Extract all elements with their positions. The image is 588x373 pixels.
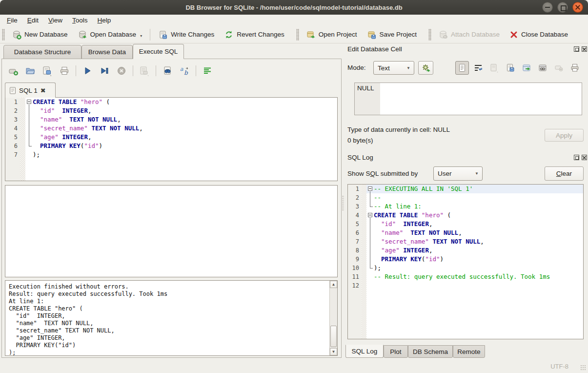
- execute-line-icon: [99, 65, 110, 76]
- stop-icon: [116, 65, 127, 76]
- set-null-button[interactable]: [552, 61, 566, 75]
- dock-splitter-handle[interactable]: [342, 195, 344, 211]
- tab-execute-sql[interactable]: Execute SQL: [133, 44, 184, 59]
- attach-database-button[interactable]: Attach Database: [433, 28, 505, 41]
- tab-remote[interactable]: Remote: [453, 345, 485, 358]
- scrollbar-thumb[interactable]: [330, 326, 337, 347]
- scroll-up-icon[interactable]: ▲: [330, 281, 337, 288]
- edit-cell-toolbar: [455, 61, 582, 75]
- copy-link-button[interactable]: [536, 61, 549, 75]
- toolbar-drag-handle[interactable]: [2, 29, 5, 41]
- code-line: 5 "id" INTEGER,: [348, 220, 583, 228]
- sql-log-filter-label: Show SQL submitted by: [347, 170, 418, 177]
- import-data-icon: [489, 63, 500, 73]
- print-cell-button[interactable]: [568, 61, 582, 75]
- toolbar-separator: [150, 29, 150, 41]
- word-wrap-button[interactable]: [471, 61, 485, 75]
- new-sql-tab-button[interactable]: [7, 64, 20, 77]
- write-changes-button[interactable]: Write Changes: [153, 28, 219, 41]
- sql-log-filter-select[interactable]: User ▼: [433, 166, 483, 181]
- text-mode-button[interactable]: [455, 61, 469, 75]
- save-results-button[interactable]: [138, 64, 151, 77]
- close-icon[interactable]: [572, 2, 583, 13]
- revert-changes-button[interactable]: Revert Changes: [219, 28, 289, 41]
- save-sql-file-button[interactable]: [41, 64, 54, 77]
- fold-marker-icon[interactable]: [27, 100, 31, 104]
- clear-log-button[interactable]: Clear: [545, 166, 584, 181]
- auto-switch-mode-button[interactable]: [418, 61, 433, 75]
- svg-text:b: b: [184, 69, 188, 76]
- dock-horizontal-splitter[interactable]: [343, 145, 587, 148]
- close-database-button[interactable]: Close Database: [505, 28, 573, 41]
- save-results-icon: [139, 65, 150, 76]
- menubar: File Edit View Tools Help: [0, 15, 588, 26]
- open-sql-file-icon: [25, 65, 36, 76]
- code-line: 6 PRIMARY KEY("id"): [5, 142, 337, 150]
- edit-cell-title: Edit Database Cell: [347, 45, 402, 53]
- tab-database-structure[interactable]: Database Structure: [3, 45, 81, 59]
- attach-database-icon: [438, 30, 448, 40]
- apply-button[interactable]: Apply: [545, 129, 584, 142]
- menu-view[interactable]: View: [43, 16, 67, 25]
- cell-value-editor[interactable]: NULL: [354, 83, 582, 115]
- tab-db-schema[interactable]: DB Schema: [408, 345, 453, 358]
- mode-select[interactable]: Text ▼: [373, 61, 414, 75]
- close-tab-icon[interactable]: ✖: [41, 87, 46, 94]
- find-button[interactable]: [161, 64, 174, 77]
- horizontal-splitter[interactable]: [5, 181, 338, 185]
- find-replace-button[interactable]: a b: [178, 64, 191, 77]
- find-icon: [162, 65, 173, 76]
- sql-log-editor[interactable]: 1-- EXECUTING ALL IN 'SQL 1'2--3-- At li…: [347, 184, 584, 339]
- minimize-icon[interactable]: [542, 2, 553, 13]
- open-project-label: Open Project: [319, 31, 357, 38]
- toolbar-drag-handle[interactable]: [428, 29, 431, 41]
- cell-type-info: Type of data currently in cell: NULL: [347, 126, 450, 133]
- code-line: 3 "name" TEXT NOT NULL,: [5, 115, 337, 124]
- execute-line-button[interactable]: [98, 64, 111, 77]
- print-sql-button[interactable]: [58, 64, 71, 77]
- fold-marker-icon[interactable]: [368, 186, 372, 191]
- open-project-icon: [306, 30, 316, 40]
- menu-tools[interactable]: Tools: [67, 16, 93, 25]
- execute-all-button[interactable]: [81, 64, 94, 77]
- open-project-button[interactable]: Open Project: [301, 28, 362, 41]
- sql-file-tab[interactable]: SQL 1 ✖: [5, 83, 56, 98]
- scroll-down-icon[interactable]: ▼: [330, 348, 337, 355]
- menu-edit[interactable]: Edit: [22, 16, 43, 25]
- fold-marker-icon[interactable]: [368, 213, 372, 217]
- results-grid-pane[interactable]: [5, 185, 338, 277]
- open-database-button[interactable]: Open Database ▾: [73, 28, 147, 41]
- results-scrollbar[interactable]: ▲ ▼: [329, 281, 337, 355]
- mode-label: Mode:: [347, 64, 366, 71]
- open-sql-file-button[interactable]: [24, 64, 37, 77]
- format-sql-icon: [202, 65, 213, 76]
- open-in-external-button[interactable]: [520, 61, 533, 75]
- titlebar: DB Browser for SQLite - /home/user/code/…: [0, 0, 588, 15]
- new-database-button[interactable]: New Database: [7, 28, 73, 41]
- menu-file[interactable]: File: [2, 16, 22, 25]
- open-database-caret-icon[interactable]: ▾: [140, 34, 142, 40]
- encoding-indicator[interactable]: UTF-8: [550, 363, 568, 370]
- maximize-icon[interactable]: [557, 2, 568, 13]
- save-project-button[interactable]: Save Project: [362, 28, 422, 41]
- close-database-label: Close Database: [521, 31, 568, 38]
- float-panel-icon[interactable]: [574, 155, 579, 160]
- import-data-button[interactable]: [487, 61, 501, 75]
- format-sql-button[interactable]: [201, 64, 214, 77]
- close-panel-icon[interactable]: [582, 46, 587, 52]
- execution-results-pane[interactable]: Execution finished without errors. Resul…: [5, 280, 338, 356]
- link-icon: [538, 63, 547, 73]
- stop-button[interactable]: [115, 64, 128, 77]
- tab-plot[interactable]: Plot: [384, 345, 408, 358]
- float-panel-icon[interactable]: [574, 46, 579, 52]
- sql-editor[interactable]: 1CREATE TABLE "hero" (2 "id" INTEGER,3 "…: [5, 97, 338, 181]
- tab-browse-data[interactable]: Browse Data: [81, 45, 133, 59]
- resize-grip[interactable]: [580, 365, 586, 371]
- tab-sql-log[interactable]: SQL Log: [345, 345, 384, 358]
- close-panel-icon[interactable]: [582, 155, 587, 160]
- export-data-button[interactable]: [504, 61, 517, 75]
- export-data-icon: [506, 63, 515, 73]
- menu-help[interactable]: Help: [93, 16, 116, 25]
- toolbar-drag-handle[interactable]: [296, 29, 299, 41]
- word-wrap-icon: [473, 63, 483, 73]
